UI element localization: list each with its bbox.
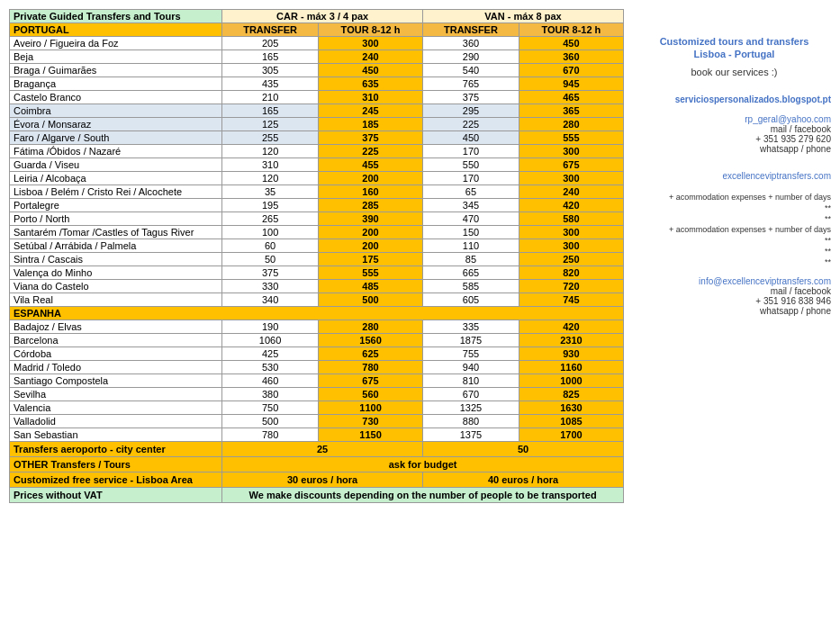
van-tour-value: 945 <box>519 77 623 91</box>
car-transfer-value: 425 <box>222 347 319 361</box>
car-tour-value: 240 <box>319 50 423 64</box>
rp-subtitle: Lisboa - Portugal <box>637 49 831 59</box>
van-tour-value: 465 <box>519 91 623 104</box>
car-transfer-value: 340 <box>222 293 319 307</box>
van-transfer-value: 345 <box>423 199 519 212</box>
car-transfer-value: 435 <box>222 77 319 91</box>
car-transfer-value: 530 <box>222 361 319 374</box>
rp-title: Customized tours and transfers <box>637 36 831 47</box>
rp-social1: mail / facebook <box>637 124 831 134</box>
van-tour-value: 745 <box>519 293 623 307</box>
row-label: Bragança <box>10 77 222 91</box>
custom-label: Customized free service - Lisboa Area <box>10 472 222 488</box>
row-label: Coimbra <box>10 104 222 118</box>
van-transfer-value: 540 <box>423 64 519 77</box>
table-row: Lisboa / Belém / Cristo Rei / Alcochete3… <box>10 185 624 199</box>
row-label: Sintra / Cascais <box>10 253 222 266</box>
van-tour-value: 930 <box>519 347 623 361</box>
van-tour-value: 670 <box>519 64 623 77</box>
table-row: Portalegre195285345420 <box>10 199 624 212</box>
car-tour-value: 200 <box>319 172 423 185</box>
table-row: Valencia750110013251630 <box>10 401 624 415</box>
table-row: Badajoz / Elvas190280335420 <box>10 320 624 334</box>
car-transfer-value: 265 <box>222 212 319 226</box>
van-transfer-value: 665 <box>423 266 519 280</box>
row-label: Fátima /Óbidos / Nazaré <box>10 145 222 158</box>
car-transfer-value: 330 <box>222 280 319 293</box>
table-row: San Sebastian780115013751700 <box>10 428 624 442</box>
van-tour-value: 1700 <box>519 428 623 442</box>
espanha-section-header: ESPANHA <box>10 307 624 320</box>
van-transfer-value: 585 <box>423 280 519 293</box>
van-transfer-value: 1875 <box>423 334 519 347</box>
main-table: Private Guided Transfers and Tours CAR -… <box>9 9 624 503</box>
row-label: Valladolid <box>10 415 222 428</box>
table-row: Santarém /Tomar /Castles of Tagus River1… <box>10 226 624 239</box>
car-transfer-value: 165 <box>222 50 319 64</box>
row-label: Portalegre <box>10 199 222 212</box>
car-tour-value: 375 <box>319 131 423 145</box>
airport-car: 25 <box>222 442 423 457</box>
van-transfer-header: TRANSFER <box>423 23 519 37</box>
van-transfer-value: 110 <box>423 239 519 253</box>
row-label: Beja <box>10 50 222 64</box>
bottom-row-other: OTHER Transfers / Tours ask for budget <box>10 457 624 472</box>
table-row: Sintra / Cascais5017585250 <box>10 253 624 266</box>
car-transfer-value: 500 <box>222 415 319 428</box>
prices-label: Prices without VAT <box>10 488 222 503</box>
table-row: Valença do Minho375555665820 <box>10 266 624 280</box>
van-transfer-value: 170 <box>423 145 519 158</box>
table-row: Valladolid5007308801085 <box>10 415 624 428</box>
van-transfer-value: 1375 <box>423 428 519 442</box>
car-transfer-value: 210 <box>222 91 319 104</box>
van-tour-value: 420 <box>519 320 623 334</box>
van-tour-value: 280 <box>519 118 623 131</box>
van-tour-value: 300 <box>519 239 623 253</box>
car-transfer-value: 120 <box>222 145 319 158</box>
row-label: Valencia <box>10 401 222 415</box>
van-tour-value: 300 <box>519 226 623 239</box>
van-tour-value: 420 <box>519 199 623 212</box>
bottom-row-airport: Transfers aeroporto - city center 25 50 <box>10 442 624 457</box>
table-row: Bragança435635765945 <box>10 77 624 91</box>
car-tour-value: 285 <box>319 199 423 212</box>
table-row: Faro / Algarve / South255375450555 <box>10 131 624 145</box>
van-transfer-value: 550 <box>423 158 519 172</box>
car-transfer-value: 460 <box>222 374 319 388</box>
van-tour-value: 2310 <box>519 334 623 347</box>
airport-label: Transfers aeroporto - city center <box>10 442 222 457</box>
van-transfer-value: 65 <box>423 185 519 199</box>
van-transfer-value: 85 <box>423 253 519 266</box>
van-transfer-value: 170 <box>423 172 519 185</box>
espanha-note: ** <box>637 203 831 212</box>
row-label: Santarém /Tomar /Castles of Tagus River <box>10 226 222 239</box>
van-transfer-value: 755 <box>423 347 519 361</box>
row-label: Madrid / Toledo <box>10 361 222 374</box>
table-row: Viana do Castelo330485585720 <box>10 280 624 293</box>
van-tour-value: 365 <box>519 104 623 118</box>
van-transfer-value: 450 <box>423 131 519 145</box>
van-tour-value: 250 <box>519 253 623 266</box>
van-tour-value: 300 <box>519 172 623 185</box>
table-row: Aveiro / Figueira da Foz205300360450 <box>10 37 624 50</box>
rp-blog[interactable]: serviciospersonalizados.blogspot.pt <box>637 94 831 104</box>
row-label: Setúbal / Arrábida / Palmela <box>10 239 222 253</box>
car-transfer-value: 165 <box>222 104 319 118</box>
espanha-note: + acommodation expenses + number of days <box>637 193 831 202</box>
prices-value: We make discounts depending on the numbe… <box>222 488 624 503</box>
row-label: Vila Real <box>10 293 222 307</box>
row-label: San Sebastian <box>10 428 222 442</box>
car-tour-header: TOUR 8-12 h <box>319 23 423 37</box>
rp-email2: info@excellenceviptransfers.com <box>637 276 831 286</box>
van-transfer-value: 375 <box>423 91 519 104</box>
rp-social2: mail / facebook <box>637 286 831 296</box>
rp-excellence[interactable]: excellenceviptransfers.com <box>637 171 831 181</box>
car-tour-value: 1100 <box>319 401 423 415</box>
car-group-header: CAR - máx 3 / 4 pax <box>222 10 423 23</box>
car-tour-value: 1560 <box>319 334 423 347</box>
espanha-note: ** <box>637 247 831 256</box>
car-tour-value: 500 <box>319 293 423 307</box>
table-row: Barcelona1060156018752310 <box>10 334 624 347</box>
van-tour-value: 825 <box>519 388 623 401</box>
table-row: Porto / North265390470580 <box>10 212 624 226</box>
